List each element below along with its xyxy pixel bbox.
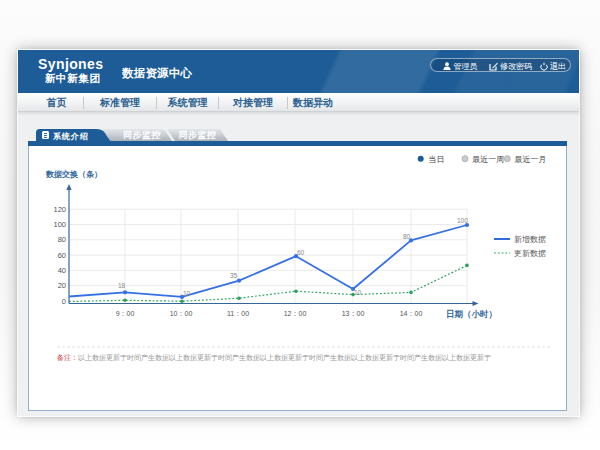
svg-text:40: 40: [58, 266, 66, 275]
svg-text:100: 100: [457, 217, 468, 224]
svg-text:最近一周: 最近一周: [472, 155, 504, 164]
svg-text:11：00: 11：00: [227, 310, 249, 317]
svg-text:备注：以上数据更新于时间产生数据以上数据更新于时间产生数据以: 备注：以上数据更新于时间产生数据以上数据更新于时间产生数据以上数据更新于时间产生…: [57, 353, 491, 362]
svg-text:80: 80: [403, 233, 411, 240]
svg-text:9：00: 9：00: [116, 310, 135, 317]
svg-text:最近一月: 最近一月: [515, 155, 547, 164]
svg-text:20: 20: [58, 281, 66, 290]
svg-text:日期（小时）: 日期（小时）: [446, 309, 497, 319]
svg-text:80: 80: [58, 235, 66, 244]
svg-text:0: 0: [62, 297, 66, 306]
svg-text:18: 18: [118, 282, 126, 289]
svg-text:60: 60: [297, 249, 305, 256]
svg-text:更新数据: 更新数据: [514, 249, 546, 258]
svg-text:35: 35: [230, 272, 238, 279]
svg-text:13：00: 13：00: [342, 310, 365, 317]
svg-text:10：00: 10：00: [170, 310, 193, 317]
svg-text:14：00: 14：00: [400, 310, 423, 317]
svg-text:60: 60: [58, 251, 66, 260]
svg-text:120: 120: [53, 205, 66, 214]
svg-text:100: 100: [53, 220, 66, 229]
svg-text:10: 10: [354, 289, 362, 296]
svg-text:当日: 当日: [429, 155, 445, 164]
svg-text:新增数据: 新增数据: [514, 235, 546, 244]
svg-text:10: 10: [183, 290, 191, 297]
svg-text:12：00: 12：00: [284, 310, 307, 317]
svg-text:数据交换（条）: 数据交换（条）: [45, 170, 102, 179]
